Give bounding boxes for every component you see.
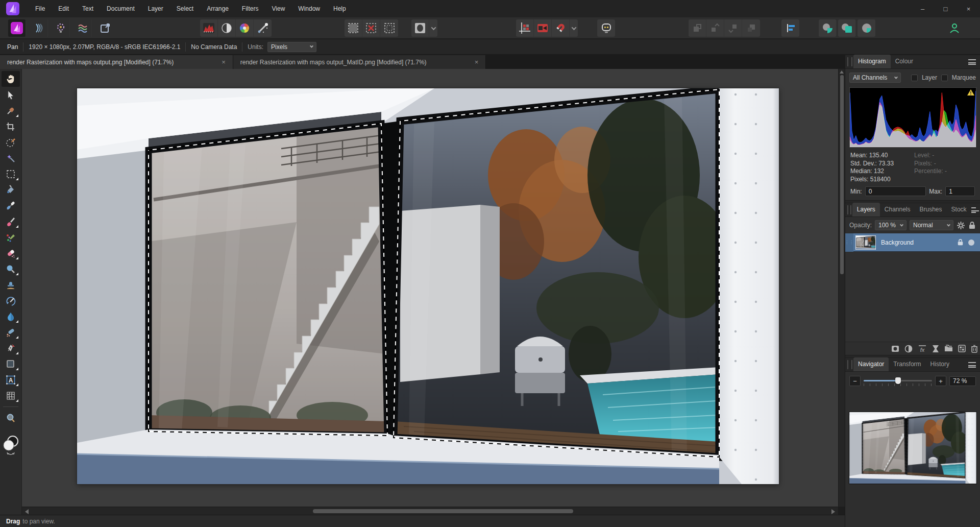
invert-selection-button[interactable] xyxy=(380,19,398,37)
menu-layer[interactable]: Layer xyxy=(141,1,170,17)
liquify-persona-button[interactable] xyxy=(30,19,48,37)
opacity-dropdown[interactable]: 100 % xyxy=(875,220,906,230)
new-layer-icon[interactable] xyxy=(958,345,966,352)
marquee-checkbox[interactable] xyxy=(941,75,948,81)
blur-brush-tool[interactable] xyxy=(2,308,20,324)
blend-options-gear-icon[interactable] xyxy=(957,221,965,230)
tab-history[interactable]: History xyxy=(926,357,954,371)
move-tool[interactable] xyxy=(2,87,20,103)
layer-effects-icon[interactable]: fx xyxy=(918,345,927,353)
move-by-whole-pixels-button[interactable] xyxy=(534,19,552,37)
mesh-warp-tool[interactable] xyxy=(2,388,20,403)
menu-select[interactable]: Select xyxy=(170,1,200,17)
smudge-brush-tool[interactable] xyxy=(2,324,20,340)
photo-persona-button[interactable] xyxy=(8,19,26,37)
layer-row-background[interactable]: ⋮⋮ Background xyxy=(845,233,980,252)
crop-tool[interactable] xyxy=(2,118,20,134)
zoom-out-button[interactable]: − xyxy=(849,376,861,386)
dodge-brush-tool[interactable] xyxy=(2,261,20,277)
fill-colour-swatch[interactable] xyxy=(4,440,14,450)
auto-contrast-button[interactable] xyxy=(218,19,236,37)
undo-brush-tool[interactable] xyxy=(2,293,20,308)
tab-close-icon[interactable]: × xyxy=(219,58,228,66)
tab-layers[interactable]: Layers xyxy=(852,203,880,217)
snapping-button[interactable] xyxy=(552,19,570,37)
channels-dropdown[interactable]: All Channels xyxy=(849,73,901,83)
export-persona-button[interactable] xyxy=(96,19,114,37)
select-all-button[interactable] xyxy=(345,19,362,37)
geometry-subtract-button[interactable] xyxy=(838,19,856,37)
layer-name[interactable]: Background xyxy=(881,239,914,246)
geometry-add-button[interactable] xyxy=(819,19,837,37)
deselect-button[interactable] xyxy=(362,19,380,37)
mask-layer-icon[interactable] xyxy=(891,345,899,353)
canvas-image[interactable] xyxy=(77,88,779,484)
menu-document[interactable]: Document xyxy=(100,1,141,17)
menu-help[interactable]: Help xyxy=(327,1,353,17)
develop-persona-button[interactable] xyxy=(52,19,70,37)
flood-select-tool[interactable] xyxy=(2,150,20,166)
layer-thumbnail[interactable] xyxy=(855,235,876,250)
clipping-warning-icon[interactable] xyxy=(967,89,975,96)
view-tool[interactable] xyxy=(2,71,20,87)
lock-layer-icon[interactable] xyxy=(968,221,976,230)
tab-colour[interactable]: Colour xyxy=(891,55,918,68)
zoom-slider[interactable] xyxy=(864,376,932,386)
tone-mapping-persona-button[interactable] xyxy=(74,19,92,37)
menu-filters[interactable]: Filters xyxy=(235,1,265,17)
tab-transform[interactable]: Transform xyxy=(889,357,925,371)
snapping-dropdown[interactable] xyxy=(570,19,578,37)
layer-lock-icon[interactable] xyxy=(957,238,964,246)
menu-window[interactable]: Window xyxy=(291,1,327,17)
menu-text[interactable]: Text xyxy=(76,1,100,17)
maximize-button[interactable]: □ xyxy=(934,0,957,17)
navigator-thumbnail[interactable] xyxy=(849,412,977,484)
quick-mask-button[interactable] xyxy=(411,19,429,37)
auto-colour-button[interactable] xyxy=(236,19,254,37)
assistant-button[interactable] xyxy=(597,19,615,37)
gradient-tool[interactable] xyxy=(2,198,20,213)
colour-swatches[interactable] xyxy=(2,434,20,457)
adjustment-layer-icon[interactable] xyxy=(904,345,913,353)
panel-menu-icon[interactable] xyxy=(971,207,976,213)
tab-navigator[interactable]: Navigator xyxy=(853,357,889,371)
panel-grip[interactable] xyxy=(847,57,852,66)
minimize-button[interactable]: – xyxy=(911,0,934,17)
layer-checkbox[interactable] xyxy=(911,75,918,81)
paint-brush-tool[interactable] xyxy=(2,213,20,229)
zoom-value-field[interactable]: 72 % xyxy=(949,376,976,386)
scroll-left-arrow[interactable] xyxy=(25,509,29,514)
zoom-tool[interactable] xyxy=(2,410,20,426)
colour-picker-tool[interactable] xyxy=(2,103,20,118)
tab-stock[interactable]: Stock xyxy=(947,203,971,217)
geometry-intersect-button[interactable] xyxy=(857,19,875,37)
min-input[interactable]: 0 xyxy=(865,186,926,196)
tab-channels[interactable]: Channels xyxy=(880,203,915,217)
flood-fill-tool[interactable] xyxy=(2,182,20,198)
pen-tool[interactable] xyxy=(2,340,20,356)
units-dropdown[interactable]: Pixels xyxy=(267,42,316,52)
panel-menu-icon[interactable] xyxy=(968,59,976,65)
live-filter-icon[interactable] xyxy=(932,345,939,353)
delete-layer-icon[interactable] xyxy=(971,345,978,353)
menu-arrange[interactable]: Arrange xyxy=(200,1,235,17)
panel-grip[interactable] xyxy=(847,360,852,369)
canvas-viewport[interactable] xyxy=(22,69,838,507)
scroll-up-arrow[interactable] xyxy=(840,70,844,74)
account-button[interactable] xyxy=(945,19,963,37)
panel-grip[interactable] xyxy=(847,205,851,214)
group-layers-icon[interactable] xyxy=(944,345,953,352)
alignment-button[interactable] xyxy=(781,19,799,37)
menu-view[interactable]: View xyxy=(265,1,292,17)
horizontal-scrollbar[interactable] xyxy=(22,507,838,515)
quick-mask-dropdown[interactable] xyxy=(429,19,437,37)
vertical-scrollbar[interactable] xyxy=(838,69,845,507)
zoom-in-button[interactable]: + xyxy=(935,376,946,386)
close-button[interactable]: × xyxy=(957,0,980,17)
force-pixel-alignment-button[interactable] xyxy=(516,19,534,37)
marquee-select-tool[interactable] xyxy=(2,166,20,182)
menu-edit[interactable]: Edit xyxy=(52,1,76,17)
layer-visibility-icon[interactable] xyxy=(968,239,975,246)
pixel-tool[interactable] xyxy=(2,229,20,245)
menu-file[interactable]: File xyxy=(29,1,52,17)
